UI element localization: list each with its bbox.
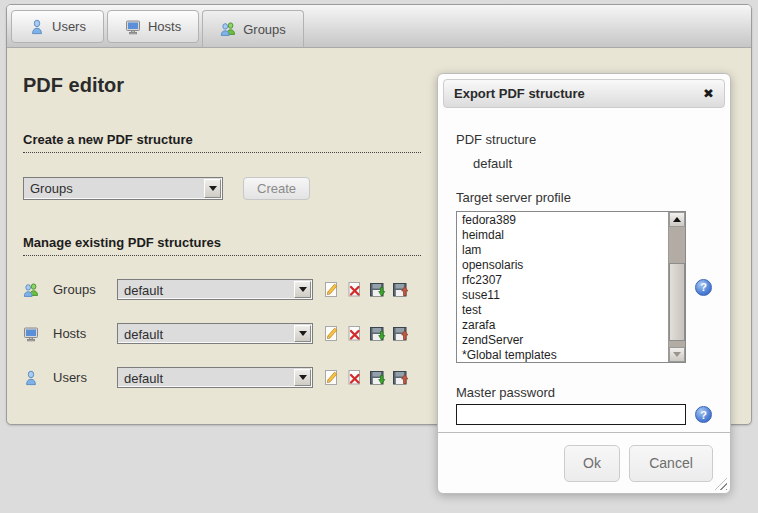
chevron-down-icon [294, 369, 311, 386]
create-section-heading: Create a new PDF structure [23, 132, 421, 153]
chevron-down-icon [294, 325, 311, 342]
export-icon [369, 325, 386, 342]
listbox-scrollbar[interactable] [668, 212, 685, 362]
pencil-icon [323, 325, 340, 342]
master-password-input[interactable] [456, 404, 686, 425]
delete-icon [346, 325, 363, 342]
row-label: Users [41, 370, 117, 385]
host-icon [125, 19, 141, 35]
delete-structure-button[interactable] [346, 325, 363, 342]
user-icon [29, 19, 45, 35]
select-value: default [118, 280, 312, 301]
profile-option[interactable]: heimdal [462, 228, 685, 243]
manage-section-heading: Manage existing PDF structures [23, 235, 421, 256]
profile-option[interactable]: fedora389 [462, 213, 685, 228]
profile-option[interactable]: zendServer [462, 333, 685, 348]
profile-option[interactable]: opensolaris [462, 258, 685, 273]
dialog-title: Export PDF structure [454, 86, 585, 101]
row-label: Hosts [41, 326, 117, 341]
groups-structure-select[interactable]: default [117, 279, 313, 300]
delete-structure-button[interactable] [346, 369, 363, 386]
structure-type-select[interactable]: Groups [23, 177, 223, 200]
profile-option[interactable]: lam [462, 243, 685, 258]
account-type-tabbar: Users Hosts Gr [7, 5, 751, 48]
import-structure-button[interactable] [392, 369, 409, 386]
pdf-structure-value: default [456, 156, 712, 171]
export-structure-button[interactable] [369, 325, 386, 342]
delete-icon [346, 281, 363, 298]
import-structure-button[interactable] [392, 281, 409, 298]
close-icon[interactable]: ✖ [703, 87, 714, 100]
master-password-label: Master password [456, 385, 712, 400]
row-label: Groups [41, 282, 117, 297]
pdf-structure-label: PDF structure [456, 132, 712, 147]
dialog-body: PDF structure default Target server prof… [438, 113, 730, 425]
tab-label: Hosts [148, 19, 181, 34]
scrollbar-thumb[interactable] [669, 263, 685, 341]
profile-option[interactable]: rfc2307 [462, 273, 685, 288]
help-icon[interactable]: ? [695, 279, 712, 296]
select-value: default [118, 324, 312, 345]
export-icon [369, 369, 386, 386]
export-structure-button[interactable] [369, 281, 386, 298]
tab-hosts[interactable]: Hosts [107, 10, 199, 43]
tab-groups[interactable]: Groups [202, 10, 304, 47]
create-button[interactable]: Create [243, 177, 310, 200]
export-icon [369, 281, 386, 298]
scroll-down-icon[interactable] [669, 347, 685, 362]
select-value: default [118, 368, 312, 389]
profile-option[interactable]: test [462, 303, 685, 318]
help-icon[interactable]: ? [695, 406, 712, 423]
group-icon [220, 21, 236, 37]
ok-button[interactable]: Ok [564, 445, 620, 482]
tab-label: Groups [243, 22, 286, 37]
target-server-profile-listbox[interactable]: fedora389 heimdal lam opensolaris rfc230… [456, 211, 686, 363]
import-icon [392, 325, 409, 342]
users-structure-select[interactable]: default [117, 367, 313, 388]
profile-option[interactable]: suse11 [462, 288, 685, 303]
chevron-down-icon [294, 281, 311, 298]
target-server-profile-label: Target server profile [456, 190, 712, 205]
hosts-structure-select[interactable]: default [117, 323, 313, 344]
profile-option[interactable]: *Global templates [462, 348, 685, 363]
edit-structure-button[interactable] [323, 325, 340, 342]
profile-option[interactable]: zarafa [462, 318, 685, 333]
import-structure-button[interactable] [392, 325, 409, 342]
cancel-button[interactable]: Cancel [629, 445, 713, 482]
host-icon [23, 326, 41, 342]
pencil-icon [323, 281, 340, 298]
pencil-icon [323, 369, 340, 386]
tab-label: Users [52, 19, 86, 34]
tab-users[interactable]: Users [11, 10, 104, 43]
edit-structure-button[interactable] [323, 369, 340, 386]
group-icon [23, 282, 41, 298]
export-structure-button[interactable] [369, 369, 386, 386]
user-icon [23, 370, 41, 386]
import-icon [392, 369, 409, 386]
export-pdf-structure-dialog: Export PDF structure ✖ PDF structure def… [437, 73, 731, 494]
import-icon [392, 281, 409, 298]
dialog-titlebar[interactable]: Export PDF structure ✖ [443, 79, 725, 108]
delete-icon [346, 369, 363, 386]
delete-structure-button[interactable] [346, 281, 363, 298]
scroll-up-icon[interactable] [669, 212, 685, 227]
dialog-footer: Ok Cancel [438, 432, 730, 493]
select-value: Groups [24, 178, 222, 199]
chevron-down-icon [204, 179, 221, 198]
edit-structure-button[interactable] [323, 281, 340, 298]
